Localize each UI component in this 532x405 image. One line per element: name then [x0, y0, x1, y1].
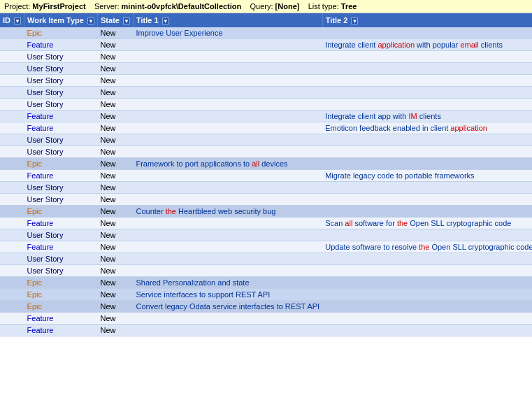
table-row: User StoryNewUpdate and re-test service …	[0, 265, 532, 277]
cell-state: New	[98, 325, 134, 336]
col-header-title2[interactable]: Title 2 ▼	[322, 13, 532, 27]
cell-id	[0, 265, 24, 277]
cell-title2	[322, 313, 532, 325]
cell-title2	[322, 75, 532, 87]
table-row: User StoryNewUpdate and retest suite cod…	[0, 253, 532, 265]
table-row: FeatureNewConvert all services from usin…	[0, 313, 532, 325]
table-row: FeatureNewIntegrate client app with IM c…	[0, 111, 532, 122]
table-row: User StoryNewImplement a factory which a…	[0, 51, 532, 63]
cell-type: User Story	[24, 87, 98, 99]
cell-title2	[322, 194, 532, 206]
cell-title1	[133, 182, 322, 194]
table-row: User StoryNewAs a user, I can select a n…	[0, 63, 532, 75]
table-row: FeatureNewConvert all client service cal…	[0, 325, 532, 336]
cell-title2: Migrate legacy code to portable framewor…	[322, 170, 532, 182]
cell-type: Feature	[24, 111, 98, 122]
listtype-label: List type:	[308, 2, 339, 10]
cell-type: User Story	[24, 146, 98, 158]
cell-state: New	[98, 289, 134, 301]
table-header-row: ID ▼ Work Item Type ▼ State ▼ Title 1 ▼ …	[0, 13, 532, 27]
table-row: EpicNewImprove User Experience	[0, 27, 532, 39]
col-header-type[interactable]: Work Item Type ▼	[24, 13, 98, 27]
cell-id	[0, 39, 24, 51]
cell-title2	[322, 253, 532, 265]
cell-state: New	[98, 134, 134, 146]
cell-title1	[133, 313, 322, 325]
cell-title1	[133, 253, 322, 265]
cell-type: Feature	[24, 122, 98, 134]
cell-title1	[133, 99, 322, 111]
cell-id	[0, 170, 24, 182]
cell-title1: Counter the Heartbleed web security bug	[133, 206, 322, 218]
cell-state: New	[98, 301, 134, 313]
sort-icon-title1: ▼	[162, 17, 169, 24]
col-header-title1[interactable]: Title 1 ▼	[133, 13, 322, 27]
cell-title2	[322, 27, 532, 39]
query-value: [None]	[275, 2, 300, 10]
cell-title2	[322, 289, 532, 301]
col-header-id[interactable]: ID ▼	[0, 13, 24, 27]
cell-title1	[133, 325, 322, 336]
server-label: Server:	[94, 2, 119, 10]
cell-type: User Story	[24, 99, 98, 111]
col-header-state[interactable]: State ▼	[98, 13, 134, 27]
cell-title1	[133, 241, 322, 253]
table-row: EpicNewService interfaces to support RES…	[0, 289, 532, 301]
cell-id	[0, 111, 24, 122]
cell-state: New	[98, 170, 134, 182]
cell-title1	[133, 87, 322, 99]
table-row: User StoryNewAdd animated emoticons	[0, 146, 532, 158]
cell-state: New	[98, 241, 134, 253]
cell-title2	[322, 158, 532, 170]
cell-state: New	[98, 182, 134, 194]
cell-type: Epic	[24, 301, 98, 313]
cell-title2: Scan all software for the Open SLL crypt…	[322, 218, 532, 229]
query-label: Query:	[250, 2, 273, 10]
cell-state: New	[98, 63, 134, 75]
cell-state: New	[98, 158, 134, 170]
cell-title1: Shared Personalization and state	[133, 277, 322, 289]
cell-state: New	[98, 253, 134, 265]
cell-state: New	[98, 122, 134, 134]
project-label: Project:	[4, 2, 30, 10]
sort-icon-type: ▼	[87, 17, 94, 24]
cell-type: Feature	[24, 218, 98, 229]
work-items-table: ID ▼ Work Item Type ▼ State ▼ Title 1 ▼ …	[0, 13, 532, 336]
cell-state: New	[98, 146, 134, 158]
cell-type: User Story	[24, 51, 98, 63]
cell-state: New	[98, 313, 134, 325]
cell-id	[0, 134, 24, 146]
cell-title2	[322, 99, 532, 111]
cell-title1	[133, 75, 322, 87]
sort-icon-id: ▼	[14, 17, 21, 24]
table-row: EpicNewCounter the Heartbleed web securi…	[0, 206, 532, 218]
cell-title2	[322, 63, 532, 75]
cell-type: User Story	[24, 75, 98, 87]
cell-title1	[133, 63, 322, 75]
cell-state: New	[98, 277, 134, 289]
cell-title1	[133, 218, 322, 229]
table-row: User StoryNewAs a developer, I can analy…	[0, 194, 532, 206]
cell-id	[0, 63, 24, 75]
cell-id	[0, 27, 24, 39]
cell-type: Feature	[24, 170, 98, 182]
cell-type: Epic	[24, 27, 98, 39]
cell-state: New	[98, 265, 134, 277]
cell-title1	[133, 39, 322, 51]
cell-id	[0, 99, 24, 111]
cell-title2	[322, 146, 532, 158]
cell-id	[0, 253, 24, 265]
cell-state: New	[98, 75, 134, 87]
table-row: User StoryNewImplement a factory that mi…	[0, 182, 532, 194]
table-row: FeatureNewMigrate legacy code to portabl…	[0, 170, 532, 182]
cell-type: User Story	[24, 63, 98, 75]
cell-id	[0, 51, 24, 63]
sort-icon-state: ▼	[123, 17, 130, 24]
cell-state: New	[98, 111, 134, 122]
cell-title1: Service interfaces to support REST API	[133, 289, 322, 301]
cell-type: User Story	[24, 182, 98, 194]
cell-title1	[133, 146, 322, 158]
cell-state: New	[98, 206, 134, 218]
table-row: EpicNewShared Personalization and state	[0, 277, 532, 289]
cell-title1: Framework to port applications to all de…	[133, 158, 322, 170]
